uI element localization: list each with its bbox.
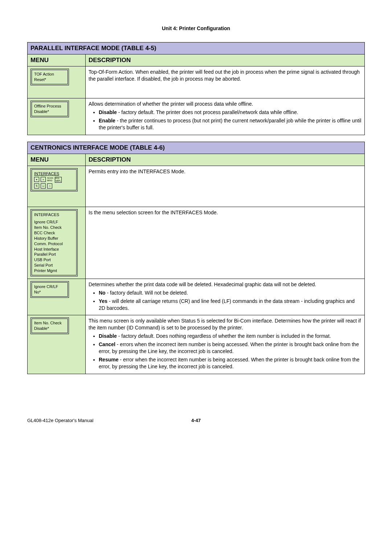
lcd-line: Ignore CR/LF: [34, 284, 65, 289]
bullet: No - factory default. Will not be delete…: [99, 289, 362, 296]
table-row: INTERFACES Ignore CR/LF Item No. Check B…: [28, 207, 365, 279]
lcd-line: History Buffer: [34, 236, 74, 241]
lcd-line: Host Interface: [34, 247, 74, 252]
table-centronics-interface: CENTRONICS INTERFACE MODE (TABLE 4-6) ME…: [27, 142, 365, 374]
lcd-icon-row: ⇅ ▭ ⌂: [34, 183, 74, 189]
slider-icon: ⇅: [34, 183, 39, 189]
lcd-line: Ignore CR/LF: [34, 219, 74, 225]
desc-text: Permits entry into the INTERFACES Mode.: [89, 169, 185, 174]
page-icon: ▭: [41, 183, 46, 189]
desc-text: This menu screen is only available when …: [89, 317, 362, 331]
page-footer: GL408-412e Operator's Manual 4-47: [27, 418, 365, 423]
icon-label: SCAN: [47, 177, 53, 179]
table46-title: CENTRONICS INTERFACE MODE (TABLE 4-6): [28, 142, 365, 154]
table46-col-menu: MENU: [28, 154, 86, 166]
lcd-line: BCC Check: [34, 230, 74, 236]
table-parallel-interface: PARALLEL INTERFACE MODE (TABLE 4-5) MENU…: [27, 42, 365, 135]
lcd-line: Item No. Check: [34, 320, 65, 326]
lcd-screen: Item No. Check Disable*: [30, 317, 69, 334]
lcd-screen: Offline Process Disable*: [30, 101, 69, 117]
lcd-line: Serial Port: [34, 263, 74, 268]
bullet: Disable - factory default. Does nothing …: [99, 333, 362, 340]
lcd-screen: TOF Action Reset*: [30, 69, 69, 85]
bullet: Yes - will delete all carriage returns (…: [99, 298, 362, 312]
lcd-screen: INTERFACES ✦ ≡ SCAN RFID PCL SBPL: [30, 168, 78, 191]
table45-col-menu: MENU: [28, 54, 86, 66]
lcd-line: No*: [34, 289, 65, 295]
footer-left: GL408-412e Operator's Manual: [27, 418, 93, 423]
desc-text: Determines whether the print data code w…: [89, 281, 362, 288]
bullet: Disable - factory default. The printer d…: [99, 109, 362, 116]
lcd-line: Item No. Check: [34, 225, 74, 230]
icon-label: PCL: [56, 177, 61, 180]
desc-text: Is the menu selection screen for the INT…: [89, 210, 218, 215]
bullet: Enable - the printer continues to proces…: [99, 117, 362, 131]
lcd-header: INTERFACES: [34, 212, 74, 218]
bullet: Resume - error when the incorrect item n…: [99, 356, 362, 370]
lcd-line: Offline Process: [34, 104, 65, 109]
lcd-screen: INTERFACES Ignore CR/LF Item No. Check B…: [30, 209, 78, 276]
table45-col-desc: DESCRIPTION: [86, 54, 365, 66]
icon-label: RFID: [47, 179, 53, 182]
lcd-line: Disable*: [34, 109, 65, 114]
lcd-line: Disable*: [34, 326, 65, 331]
printer-icon: ⌂: [47, 183, 52, 189]
table45-title: PARALLEL INTERFACE MODE (TABLE 4-5): [28, 42, 365, 54]
lcd-line: Printer Mgmt: [34, 268, 74, 274]
lcd-title: INTERFACES: [34, 171, 74, 177]
tool-icon: ✦: [34, 177, 39, 182]
desc-text: Allows determination of whether the prin…: [89, 101, 362, 108]
barcode-icon: ≡: [41, 177, 46, 182]
lcd-line: TOF Action: [34, 72, 65, 77]
lcd-icon-row: ✦ ≡ SCAN RFID PCL SBPL: [34, 177, 74, 182]
page-number: 4-47: [191, 418, 201, 423]
lcd-line: Comm. Protocol: [34, 241, 74, 247]
table46-col-desc: DESCRIPTION: [86, 154, 365, 166]
table-row: Ignore CR/LF No* Determines whether the …: [28, 279, 365, 315]
lcd-line: Reset*: [34, 77, 65, 82]
lcd-screen: Ignore CR/LF No*: [30, 281, 69, 298]
icon-label: SBPL: [56, 180, 61, 182]
unit-header: Unit 4: Printer Configuration: [27, 25, 365, 31]
bullet: Cancel - errors when the incorrect item …: [99, 341, 362, 355]
table-row: INTERFACES ✦ ≡ SCAN RFID PCL SBPL: [28, 166, 365, 207]
lcd-line: USB Port: [34, 257, 74, 263]
table-row: Item No. Check Disable* This menu screen…: [28, 315, 365, 374]
desc-text: Top-Of-Form Action. When enabled, the pr…: [89, 69, 360, 82]
lcd-line: Parallel Port: [34, 252, 74, 257]
table-row: TOF Action Reset* Top-Of-Form Action. Wh…: [28, 66, 365, 98]
table-row: Offline Process Disable* Allows determin…: [28, 98, 365, 135]
